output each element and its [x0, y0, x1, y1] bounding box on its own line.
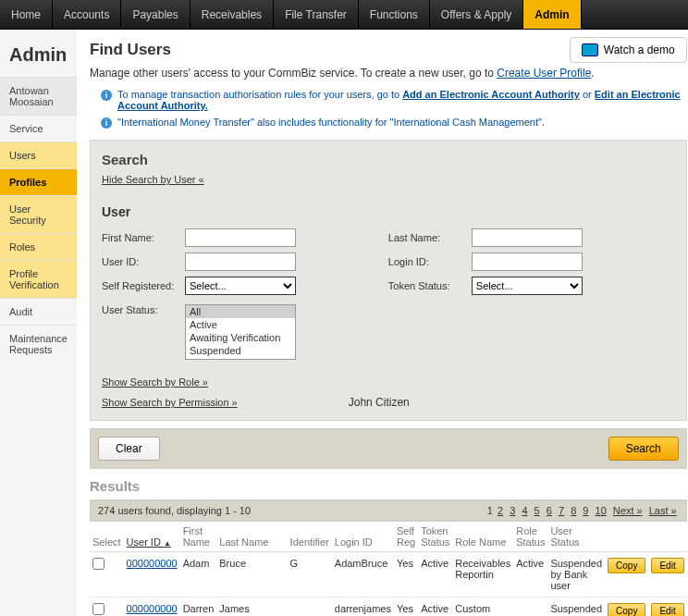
sidebar-item-roles[interactable]: Roles — [0, 233, 77, 260]
button-bar: Clear Search — [90, 428, 687, 469]
results-heading: Results — [90, 478, 687, 494]
table-row: 000000000DarrenJamesdarrenjamesYesActive… — [90, 598, 687, 617]
last-page-link[interactable]: Last » — [649, 505, 677, 516]
topnav-file-transfer[interactable]: File Transfer — [274, 0, 359, 29]
create-user-profile-link[interactable]: Create User Profile — [497, 67, 591, 80]
sidebar-item-maintenance-requests[interactable]: Maintenance Requests — [0, 325, 77, 363]
results-summary-bar: 274 users found, displaying 1 - 10 1 2 3… — [90, 499, 687, 522]
login-id-label: Login ID: — [388, 256, 472, 267]
page-link[interactable]: 2 — [498, 505, 503, 516]
copy-button[interactable]: Copy — [608, 603, 645, 616]
sidebar-item-audit[interactable]: Audit — [0, 298, 77, 325]
info-icon: i — [101, 117, 112, 129]
table-row: 000000000AdamBruceGAdamBruceYesActiveRec… — [90, 552, 687, 598]
hide-search-link[interactable]: Hide Search by User « — [102, 174, 204, 185]
sidebar-item-antowan-moosaian[interactable]: Antowan Moosaian — [0, 77, 77, 115]
col-header: User Status — [547, 522, 605, 552]
sidebar-item-users[interactable]: Users — [0, 142, 77, 168]
col-header: Identifier — [288, 522, 332, 552]
page-link[interactable]: 5 — [534, 505, 540, 516]
status-option[interactable]: Suspended — [186, 344, 295, 357]
col-header: Role Name — [452, 522, 513, 552]
add-eaa-link[interactable]: Add an Electronic Account Authority — [402, 89, 580, 100]
sidebar-item-service[interactable]: Service — [0, 115, 77, 142]
self-reg-label: Self Registered: — [102, 280, 185, 291]
page-link[interactable]: 6 — [547, 505, 552, 516]
user-heading: User — [102, 204, 675, 219]
col-header: Last Name — [216, 522, 287, 552]
col-header: Select — [90, 522, 124, 552]
clear-button[interactable]: Clear — [98, 437, 160, 461]
top-nav: HomeAccountsPayablesReceivablesFile Tran… — [0, 0, 688, 30]
topnav-admin[interactable]: Admin — [523, 0, 581, 29]
page-link[interactable]: 8 — [571, 505, 576, 516]
search-button[interactable]: Search — [608, 437, 679, 461]
user-id-input[interactable] — [185, 253, 296, 271]
col-header: Self Reg — [394, 522, 418, 552]
content: Watch a demo Find Users Manage other use… — [77, 30, 688, 616]
col-header — [605, 522, 648, 552]
first-name-input[interactable] — [185, 228, 296, 247]
show-search-role-link[interactable]: Show Search by Role » — [102, 376, 208, 388]
user-status-label: User Status: — [102, 304, 185, 315]
edit-button[interactable]: Edit — [651, 558, 683, 573]
intro-text: Manage other users' access to your CommB… — [90, 67, 687, 80]
status-option[interactable]: All — [186, 305, 295, 318]
topnav-payables[interactable]: Payables — [121, 0, 190, 29]
user-id-link[interactable]: 000000000 — [127, 603, 178, 614]
col-header — [648, 522, 686, 552]
topnav-home[interactable]: Home — [0, 0, 53, 29]
sidebar-item-profile-verification[interactable]: Profile Verification — [0, 260, 77, 298]
col-header: First Name — [180, 522, 217, 552]
sort-asc-icon: ▲ — [164, 539, 171, 548]
show-search-permission-link[interactable]: Show Search by Permission » — [102, 397, 238, 408]
col-header: Role Status — [513, 522, 547, 552]
page-link[interactable]: 9 — [583, 505, 588, 516]
topnav-offers-apply[interactable]: Offers & Apply — [430, 0, 523, 29]
user-id-label: User ID: — [102, 256, 185, 267]
login-id-input[interactable] — [472, 253, 583, 271]
sidebar: Admin Antowan MoosaianServiceUsersProfil… — [0, 30, 77, 616]
sidebar-title: Admin — [0, 37, 77, 77]
topnav-functions[interactable]: Functions — [359, 0, 430, 29]
last-name-label: Last Name: — [388, 232, 472, 243]
col-header: Token Status — [418, 522, 452, 552]
col-header: Login ID — [332, 522, 394, 552]
first-name-label: First Name: — [102, 232, 185, 243]
token-status-label: Token Status: — [388, 280, 472, 291]
row-select-checkbox[interactable] — [92, 558, 104, 570]
search-heading: Search — [102, 152, 675, 167]
topnav-accounts[interactable]: Accounts — [53, 0, 121, 29]
page-link[interactable]: 4 — [522, 505, 527, 516]
copy-button[interactable]: Copy — [608, 558, 645, 573]
topnav-receivables[interactable]: Receivables — [190, 0, 274, 29]
user-status-select[interactable]: AllActiveAwaiting VerificationSuspended — [185, 304, 296, 360]
next-page-link[interactable]: Next » — [613, 505, 643, 516]
token-status-select[interactable]: Select... — [472, 277, 583, 295]
user-id-link[interactable]: 000000000 — [127, 558, 178, 569]
citizen-text: John Citizen — [349, 396, 410, 409]
page-link[interactable]: 7 — [559, 505, 564, 516]
info-icon: i — [101, 90, 112, 101]
monitor-icon — [582, 43, 598, 56]
page-link[interactable]: 10 — [596, 505, 607, 516]
sidebar-item-profiles[interactable]: Profiles — [0, 168, 77, 195]
search-panel: Search Hide Search by User « User First … — [90, 140, 687, 421]
col-header[interactable]: User ID ▲ — [124, 522, 180, 552]
status-option[interactable]: Awaiting Verification — [186, 331, 295, 344]
sidebar-item-user-security[interactable]: User Security — [0, 195, 77, 233]
pager: 1 2 3 4 5 6 7 8 9 10 Next » Last » — [487, 505, 679, 516]
edit-button[interactable]: Edit — [651, 603, 683, 616]
last-name-input[interactable] — [472, 228, 583, 247]
status-option[interactable]: Active — [186, 318, 295, 331]
self-registered-select[interactable]: Select... — [185, 277, 296, 295]
results-summary: 274 users found, displaying 1 - 10 — [98, 505, 251, 516]
watch-demo-button[interactable]: Watch a demo — [570, 37, 687, 63]
results-table: SelectUser ID ▲First NameLast NameIdenti… — [90, 522, 687, 616]
page-link[interactable]: 3 — [510, 505, 515, 516]
row-select-checkbox[interactable] — [92, 603, 104, 615]
